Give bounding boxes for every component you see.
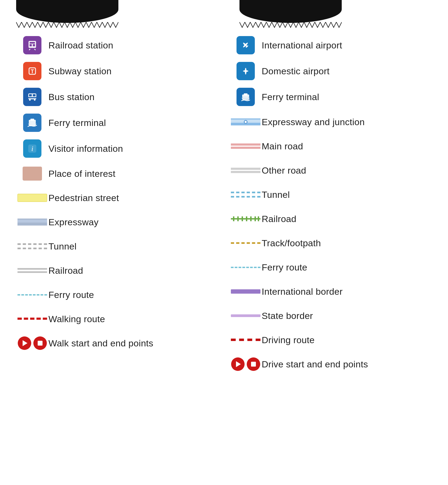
svg-rect-25	[244, 93, 248, 96]
svg-text:i: i	[31, 145, 33, 153]
ferry-terminal-right-item: Ferry terminal	[224, 84, 438, 110]
bus-station-item: Bus station	[11, 84, 224, 110]
domestic-airport-item: Domestic airport	[224, 58, 438, 84]
other-road-item: Other road	[224, 158, 438, 182]
right-zigzag	[239, 22, 342, 28]
svg-rect-15	[30, 119, 34, 121]
railroad-left-icon	[17, 268, 47, 273]
left-column: Railroad station T Subway station	[11, 32, 224, 376]
railroad-right-item: Railroad	[224, 207, 438, 231]
ferry-route-right-item: Ferry route	[224, 255, 438, 279]
driving-route-item: Driving route	[224, 328, 438, 352]
walk-points-item: Walk start and end points	[11, 331, 224, 355]
international-airport-icon-area	[230, 36, 262, 54]
tunnel-left-icon-area	[16, 243, 48, 249]
ferry-route-left-item: Ferry route	[11, 283, 224, 307]
svg-rect-9	[29, 94, 32, 96]
railroad-icon-svg	[27, 40, 38, 51]
walk-points-label: Walk start and end points	[48, 338, 153, 349]
left-header-tab	[16, 0, 118, 23]
ferry-route-right-icon-area	[230, 267, 262, 268]
poi-icon-area	[16, 167, 48, 181]
main-road-icon	[231, 143, 260, 149]
other-road-icon-area	[230, 167, 262, 173]
visitor-info-label: Visitor information	[48, 143, 123, 154]
bus-station-label: Bus station	[48, 92, 95, 102]
tunnel-left-icon	[17, 243, 47, 249]
railroad-right-icon-area	[230, 216, 262, 222]
railroad-station-label: Railroad station	[48, 40, 113, 51]
international-airport-icon	[237, 36, 255, 54]
intl-border-icon	[231, 289, 260, 294]
svg-point-23	[245, 71, 246, 75]
expressway-junction-label: Expressway and junction	[262, 117, 365, 127]
bus-station-icon-area	[16, 88, 48, 106]
driving-route-icon	[231, 339, 260, 341]
drive-points-icon	[231, 357, 260, 371]
intl-border-label: International border	[262, 286, 343, 297]
ferry-terminal-left-icon-area	[16, 114, 48, 132]
poi-item: Place of interest	[11, 161, 224, 186]
domestic-airport-icon-area	[230, 62, 262, 80]
poi-icon	[23, 167, 42, 181]
bus-station-icon	[23, 88, 41, 106]
ferry-route-left-label: Ferry route	[48, 290, 94, 300]
ferry-terminal-left-icon	[23, 114, 41, 132]
railroad-station-icon-area	[16, 36, 48, 54]
right-column: International airport Domestic airport	[224, 32, 438, 376]
intl-border-icon-area	[230, 289, 262, 294]
subway-station-item: T Subway station	[11, 58, 224, 84]
drive-points-item: Drive start and end points	[224, 352, 438, 376]
ferry-left-icon-svg	[27, 117, 38, 128]
tunnel-right-label: Tunnel	[262, 189, 290, 200]
pedestrian-icon-area	[16, 194, 48, 202]
state-border-icon-area	[230, 313, 262, 318]
drive-play-icon	[231, 357, 245, 371]
tunnel-left-item: Tunnel	[11, 234, 224, 258]
svg-text:T: T	[31, 68, 34, 74]
dom-airport-svg	[240, 65, 251, 77]
railroad-left-label: Railroad	[48, 265, 83, 276]
svg-line-4	[29, 49, 30, 50]
state-border-item: State border	[224, 304, 438, 328]
walking-route-item: Walking route	[11, 307, 224, 331]
walking-route-icon	[17, 318, 47, 320]
railroad-right-label: Railroad	[262, 214, 297, 224]
driving-route-label: Driving route	[262, 335, 315, 345]
ferry-terminal-left-label: Ferry terminal	[48, 118, 106, 128]
right-header-tab	[239, 0, 342, 23]
ferry-terminal-right-icon-area	[230, 88, 262, 106]
tunnel-right-item: Tunnel	[224, 182, 438, 207]
expressway-left-item: Expressway	[11, 210, 224, 234]
ferry-route-left-icon-area	[16, 294, 48, 296]
pedestrian-item: Pedestrian street	[11, 186, 224, 210]
svg-rect-1	[30, 42, 35, 44]
ferry-route-left-icon	[17, 294, 47, 296]
svg-point-13	[34, 99, 36, 101]
ferry-route-right-label: Ferry route	[262, 262, 308, 273]
subway-icon-svg: T	[27, 66, 38, 76]
subway-station-icon-area: T	[16, 62, 48, 80]
main-road-icon-area	[230, 143, 262, 149]
expressway-junction-icon-area	[230, 118, 262, 125]
visitor-info-icon-area: i	[16, 139, 48, 158]
info-icon-svg: i	[27, 143, 38, 154]
svg-point-12	[29, 99, 31, 101]
ferry-terminal-right-icon	[237, 88, 255, 106]
visitor-info-icon: i	[23, 139, 41, 158]
svg-rect-10	[33, 94, 36, 96]
walk-stop-icon	[33, 336, 47, 350]
expressway-left-icon	[17, 219, 47, 226]
international-airport-label: International airport	[262, 40, 342, 51]
railroad-station-item: Railroad station	[11, 32, 224, 58]
svg-rect-11	[28, 97, 36, 98]
ferry-terminal-left-item: Ferry terminal	[11, 110, 224, 136]
ferry-terminal-right-label: Ferry terminal	[262, 92, 319, 102]
domestic-airport-icon	[237, 62, 255, 80]
tunnel-right-icon-area	[230, 192, 262, 198]
left-zigzag	[16, 22, 118, 28]
tunnel-left-label: Tunnel	[48, 241, 77, 252]
svg-rect-2	[30, 44, 32, 46]
drive-points-icon-area	[230, 357, 262, 371]
walk-points-icon	[18, 336, 47, 350]
